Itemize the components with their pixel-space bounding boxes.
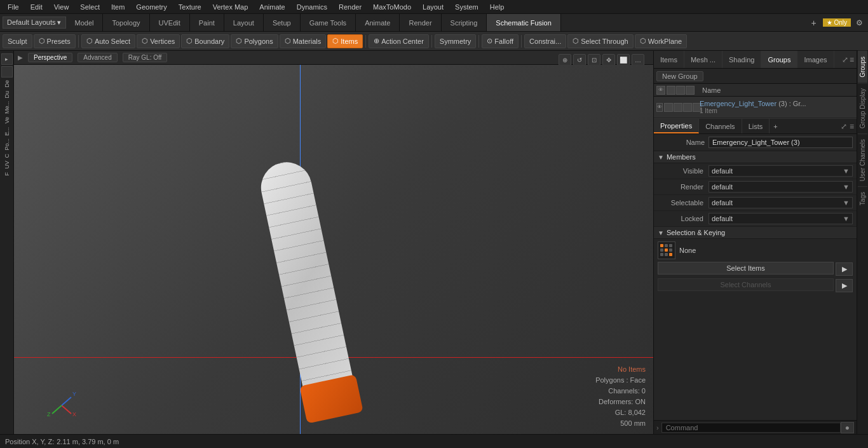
layout-add-button[interactable]: +: [807, 18, 820, 28]
left-label-uv[interactable]: UV: [4, 160, 10, 170]
group-lock-icon[interactable]: [683, 103, 692, 112]
tab-shading[interactable]: Shading: [722, 51, 761, 68]
select-channels-button[interactable]: Select Channels: [658, 278, 834, 291]
select-items-button[interactable]: Select Items: [658, 262, 834, 275]
sel-keying-arrow[interactable]: ▼: [658, 229, 664, 236]
left-label-c[interactable]: C: [4, 153, 10, 160]
menu-animate[interactable]: Animate: [254, 2, 290, 12]
vp-expand-icon[interactable]: ▶: [18, 54, 23, 61]
vp-raygl-btn[interactable]: Ray GL: Off: [123, 53, 168, 62]
tab-model[interactable]: Model: [66, 14, 104, 31]
props-tab-properties[interactable]: Properties: [654, 119, 699, 133]
left-label-f[interactable]: F: [4, 171, 10, 177]
visible-select[interactable]: default ▼: [709, 165, 853, 177]
tab-animate[interactable]: Animate: [356, 14, 400, 31]
command-submit-btn[interactable]: ●: [841, 422, 854, 433]
menu-system[interactable]: System: [450, 2, 484, 12]
vp-advanced-btn[interactable]: Advanced: [78, 53, 117, 62]
tab-game-tools[interactable]: Game Tools: [301, 14, 356, 31]
new-group-button[interactable]: New Group: [656, 71, 703, 81]
tab-groups[interactable]: Groups: [761, 51, 797, 68]
left-tool-2[interactable]: [1, 66, 13, 78]
menu-help[interactable]: Help: [485, 2, 510, 12]
menu-edit[interactable]: Edit: [25, 2, 48, 12]
menu-layout[interactable]: Layout: [417, 2, 449, 12]
left-label-e[interactable]: E...: [4, 126, 10, 137]
menu-texture[interactable]: Texture: [173, 2, 207, 12]
rv-tab-group-display[interactable]: Group Display: [858, 83, 867, 133]
tab-paint[interactable]: Paint: [190, 14, 224, 31]
materials-button[interactable]: ⬡ Materials: [280, 34, 327, 48]
props-tab-channels[interactable]: Channels: [699, 119, 742, 133]
props-more-icon[interactable]: ≡: [850, 122, 854, 131]
layout-dropdown[interactable]: Default Layouts ▾: [3, 17, 66, 29]
tab-items[interactable]: Items: [654, 51, 684, 68]
tab-layout[interactable]: Layout: [224, 14, 264, 31]
menu-render[interactable]: Render: [334, 2, 367, 12]
symmetry-button[interactable]: Symmetry: [435, 34, 477, 48]
viewport[interactable]: ▶ Perspective Advanced Ray GL: Off ⊕ ↺ ⊡…: [14, 51, 653, 434]
menu-vertex-map[interactable]: Vertex Map: [208, 2, 254, 12]
menu-dynamics[interactable]: Dynamics: [292, 2, 332, 12]
rv-tab-tags[interactable]: Tags: [858, 186, 867, 210]
menu-geometry[interactable]: Geometry: [131, 2, 172, 12]
select-through-button[interactable]: ⬡ Select Through: [567, 34, 633, 48]
name-field-input[interactable]: [709, 137, 853, 148]
rv-tab-user-channels[interactable]: User Channels: [858, 133, 867, 186]
vertices-button[interactable]: ⬡ Vertices: [137, 34, 180, 48]
action-center-button[interactable]: ⊕ Action Center: [369, 34, 429, 48]
viewport-info: No Items Polygons : Face Channels: 0 Def…: [595, 364, 646, 429]
sel-items-arrow-btn[interactable]: ▶: [836, 262, 853, 276]
left-tool-1[interactable]: ▸: [1, 53, 13, 65]
constrai-button[interactable]: Constrai...: [524, 34, 566, 48]
props-expand-icon[interactable]: ⤢: [841, 122, 847, 131]
menu-view[interactable]: View: [49, 2, 74, 12]
tab-schematic-fusion[interactable]: Schematic Fusion: [487, 14, 560, 31]
tab-mesh[interactable]: Mesh ...: [684, 51, 722, 68]
panel-expand-icon[interactable]: ⤢: [842, 55, 848, 64]
group-vis-icon[interactable]: 👁: [656, 103, 663, 112]
menu-select[interactable]: Select: [75, 2, 105, 12]
tab-scripting[interactable]: Scripting: [442, 14, 487, 31]
sel-channels-arrow-btn[interactable]: ▶: [836, 279, 853, 292]
group-render-icon[interactable]: [674, 103, 682, 112]
layout-options-button[interactable]: ⚙: [853, 18, 865, 27]
left-label-pol[interactable]: Po...: [4, 137, 10, 152]
left-label-ve[interactable]: Ve: [4, 116, 10, 125]
tab-topology[interactable]: Topology: [103, 14, 149, 31]
left-label-de[interactable]: De: [4, 79, 10, 89]
svg-line-0: [62, 405, 71, 414]
menu-file[interactable]: File: [3, 2, 24, 12]
tab-render[interactable]: Render: [400, 14, 441, 31]
left-label-du[interactable]: Du: [4, 90, 10, 100]
selectable-select[interactable]: default ▼: [709, 197, 853, 208]
sculpt-button[interactable]: Sculpt: [3, 34, 32, 48]
group-name-text: Emergency_Light_Tower: [700, 100, 776, 107]
group-item[interactable]: 👁 Emergency_Light_Tower (3) : Gr... 1 It…: [654, 97, 857, 118]
viewport-canvas[interactable]: X Y Z No Items Polygons : Face Channels:…: [14, 65, 653, 434]
locked-select[interactable]: default ▼: [709, 213, 853, 224]
menu-maxtomodo[interactable]: MaxToModo: [368, 2, 416, 12]
tab-uvedit[interactable]: UVEdit: [150, 14, 190, 31]
group-camera-icon[interactable]: [664, 103, 673, 112]
props-tab-lists[interactable]: Lists: [742, 119, 770, 133]
presets-button[interactable]: ⬡ Presets: [34, 34, 76, 48]
workplane-button[interactable]: ⬡ WorkPlane: [635, 34, 688, 48]
props-tab-add[interactable]: +: [770, 123, 781, 130]
polygons-button[interactable]: ⬡ Polygons: [231, 34, 278, 48]
render-select[interactable]: default ▼: [709, 181, 853, 193]
auto-select-button[interactable]: ⬡ Auto Select: [81, 34, 135, 48]
menu-item[interactable]: Item: [106, 2, 130, 12]
rv-tab-groups[interactable]: Groups: [858, 51, 867, 83]
panel-more-icon[interactable]: ≡: [850, 55, 854, 64]
items-button[interactable]: ⬡ Items: [327, 34, 363, 48]
tab-setup[interactable]: Setup: [264, 14, 301, 31]
command-input[interactable]: [661, 423, 841, 433]
members-arrow[interactable]: ▼: [658, 154, 664, 161]
tab-images[interactable]: Images: [797, 51, 834, 68]
star-only-badge[interactable]: ★ Only: [823, 18, 851, 27]
boundary-button[interactable]: ⬡ Boundary: [181, 34, 229, 48]
falloff-button[interactable]: ⊙ Falloff: [482, 34, 519, 48]
left-label-mesh[interactable]: Me...: [4, 100, 10, 115]
vp-perspective-btn[interactable]: Perspective: [28, 53, 72, 62]
